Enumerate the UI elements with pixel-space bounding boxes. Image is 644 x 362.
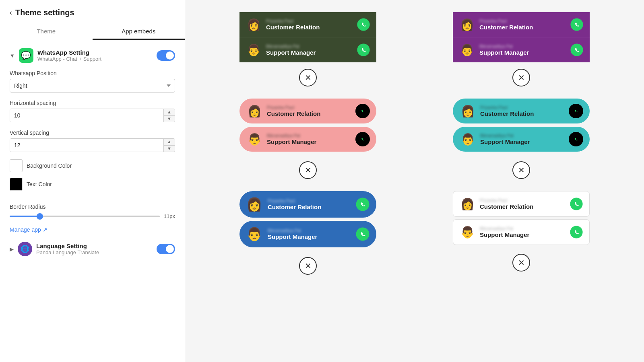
whatsapp-icon-sm-teal[interactable] [569, 132, 583, 146]
language-name: Language Setting [36, 243, 153, 249]
h-spacing-down[interactable]: ▼ [164, 116, 175, 122]
bg-color-row: Background Color [10, 159, 175, 172]
widget-text-sm-teal: Bikramaditya Pal Support Manager [480, 133, 565, 145]
language-toggle[interactable] [157, 244, 175, 254]
whatsapp-icon-sm-blue[interactable] [355, 227, 370, 241]
v-spacing-label: Vertical spacing [10, 130, 175, 136]
widget-card-sm-purple: 👨 Bikramaditya Pal Support Manager [453, 37, 590, 62]
preview-teal: 👩 Priyanka Paul Customer Relation 👨 Bi [453, 99, 590, 187]
preview-purple: 👩 Priyanka Paul Customer Relation 👨 [453, 12, 590, 95]
lang-chevron-icon[interactable]: ▶ [10, 246, 14, 252]
contact-role-sm-dark: Support Manager [266, 49, 352, 56]
widget-text-sm-purple: Bikramaditya Pal Support Manager [479, 44, 566, 56]
text-color-row: Text Color [10, 178, 175, 191]
whatsapp-icon-sm-white[interactable] [569, 225, 584, 239]
preview-blue: 👩 Priyanka Paul Customer Relation 👨 [239, 191, 376, 283]
whatsapp-icon-cr-purple[interactable] [570, 17, 584, 32]
close-button-teal[interactable]: ✕ [512, 161, 530, 179]
widget-group-white: 👩 Priyanka Paul Customer Relation 👨 [453, 191, 590, 247]
h-spacing-label: Horizontal spacing [10, 100, 175, 106]
close-button-purple[interactable]: ✕ [512, 69, 530, 86]
v-spacing-down[interactable]: ▼ [164, 146, 175, 152]
avatar-sm-purple: 👨 [458, 41, 475, 58]
widget-text-cr-purple: Priyanka Paul Customer Relation [479, 19, 566, 31]
widget-card-sm-blue: 👨 Bikramaditya Pal Support Manager [239, 221, 376, 247]
v-spacing-input[interactable] [10, 139, 163, 152]
widget-text-cr-teal: Priyanka Paul Customer Relation [480, 105, 565, 117]
whatsapp-icon-sm-pink[interactable] [355, 132, 370, 146]
border-radius-slider-track[interactable] [10, 216, 160, 217]
preview-dark-green: 👩 Priyanka Paul Customer Relation 👨 [239, 12, 376, 95]
widget-group-blue: 👩 Priyanka Paul Customer Relation 👨 [239, 191, 376, 251]
border-radius-label: Border Radius [10, 204, 175, 210]
position-label: Whatsapp Position [10, 70, 175, 76]
contact-role-sm-white: Support Manager [480, 231, 565, 238]
whatsapp-icon-cr-pink[interactable] [355, 104, 370, 118]
contact-name-cr-dark: Priyanka Paul [266, 19, 352, 23]
close-button-blue[interactable]: ✕ [299, 257, 317, 275]
avatar-sm-blue: 👨 [246, 226, 263, 243]
contact-name-sm-pink: Bikramaditya Pal [267, 133, 351, 138]
avatar-sm-pink: 👨 [246, 131, 263, 148]
tabs-row: Theme App embeds [0, 24, 185, 40]
tab-app-embeds[interactable]: App embeds [93, 24, 185, 40]
svg-point-5 [570, 43, 583, 56]
preview-pink: 👩 Priyanka Paul Customer Relation 👨 Bi [239, 99, 376, 187]
bg-color-swatch[interactable] [10, 159, 23, 172]
contact-role-cr-blue: Customer Relation [268, 204, 351, 210]
contact-role-cr-purple: Customer Relation [479, 24, 566, 31]
widget-card-sm-pink: 👨 Bikramaditya Pal Support Manager [239, 127, 376, 152]
text-color-swatch[interactable] [10, 178, 23, 191]
whatsapp-sub: WhatsApp - Chat + Support [37, 56, 153, 62]
sidebar: ‹ Theme settings Theme App embeds ▼ 💬 Wh… [0, 0, 185, 362]
whatsapp-text: WhatsApp Setting WhatsApp - Chat + Suppo… [37, 49, 153, 62]
svg-point-2 [356, 198, 369, 211]
widget-group-pink: 👩 Priyanka Paul Customer Relation 👨 Bi [239, 99, 376, 155]
preview-area: 👩 Priyanka Paul Customer Relation 👨 [185, 0, 644, 362]
h-spacing-input[interactable]: 10 [10, 109, 163, 122]
avatar-cr-teal: 👩 [459, 103, 476, 119]
whatsapp-icon-cr-dark[interactable] [356, 17, 371, 32]
position-select[interactable]: Right Left [10, 79, 175, 93]
h-spacing-spinners: ▲ ▼ [163, 109, 175, 122]
border-radius-section: Border Radius 11px [0, 204, 185, 219]
border-radius-slider-thumb[interactable] [37, 213, 43, 220]
colors-section: Background Color Text Color [0, 159, 185, 196]
avatar-cr-blue: 👩 [246, 196, 263, 213]
expand-icon[interactable]: ▼ [10, 53, 15, 59]
avatar-cr-dark: 👩 [245, 16, 262, 33]
whatsapp-setting-item: ▼ 💬 WhatsApp Setting WhatsApp - Chat + S… [0, 48, 185, 63]
widget-group-dark-green: 👩 Priyanka Paul Customer Relation 👨 [239, 12, 376, 62]
h-spacing-section: Horizontal spacing 10 ▲ ▼ [0, 100, 185, 122]
sidebar-header: ‹ Theme settings [0, 8, 185, 24]
avatar-sm-white: 👨 [459, 224, 476, 241]
manage-app-link[interactable]: Manage app ↗ [0, 226, 185, 233]
close-button-dark-green[interactable]: ✕ [299, 69, 317, 86]
avatar-sm-dark: 👨 [245, 41, 262, 58]
close-button-white[interactable]: ✕ [512, 254, 530, 272]
whatsapp-icon-sm-dark[interactable] [356, 43, 371, 57]
widget-card-cr-purple: 👩 Priyanka Paul Customer Relation [453, 12, 590, 37]
widget-group-purple: 👩 Priyanka Paul Customer Relation 👨 [453, 12, 590, 62]
contact-name-cr-teal: Priyanka Paul [480, 105, 565, 110]
language-sub: Panda Language Translate [36, 249, 153, 255]
widget-card-sm-teal: 👨 Bikramaditya Pal Support Manager [453, 127, 590, 152]
contact-name-sm-blue: Bikramaditya Pal [268, 228, 351, 233]
avatar-cr-purple: 👩 [458, 16, 475, 33]
widget-card-cr-pink: 👩 Priyanka Paul Customer Relation [239, 99, 376, 123]
whatsapp-icon-sm-purple[interactable] [570, 43, 584, 57]
preview-col-left: 👩 Priyanka Paul Customer Relation 👨 [201, 12, 415, 308]
whatsapp-icon-cr-blue[interactable] [355, 197, 370, 212]
v-spacing-input-wrap: ▲ ▼ [10, 138, 175, 152]
close-button-pink[interactable]: ✕ [299, 161, 317, 179]
widget-text-cr-white: Priyanka Paul Customer Relation [480, 198, 565, 210]
border-radius-value: 11px [164, 213, 175, 219]
whatsapp-icon-cr-teal[interactable] [569, 104, 583, 118]
h-spacing-up[interactable]: ▲ [164, 109, 175, 116]
bg-color-label: Background Color [27, 162, 72, 169]
tab-theme[interactable]: Theme [0, 24, 93, 40]
whatsapp-toggle[interactable] [157, 50, 175, 61]
whatsapp-icon-cr-white[interactable] [569, 197, 584, 211]
back-button[interactable]: ‹ [10, 8, 12, 17]
v-spacing-up[interactable]: ▲ [164, 139, 175, 146]
